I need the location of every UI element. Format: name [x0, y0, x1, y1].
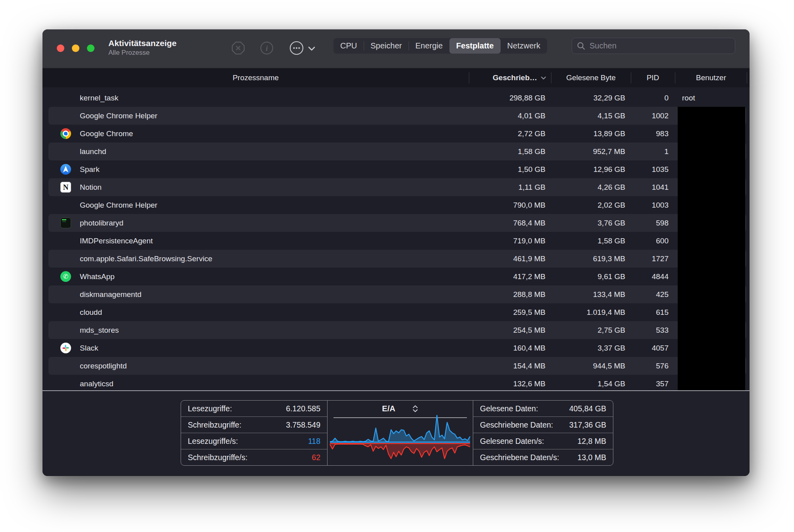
- bytes-read: 32,29 GB: [551, 94, 631, 102]
- stat-row: Geschriebene Daten/s:13,0 MB: [473, 449, 613, 465]
- stat-value: 62: [312, 453, 320, 462]
- table-row[interactable]: Google Chrome Helper4,01 GB4,15 GB1002: [42, 107, 750, 125]
- stat-value: 6.120.585: [286, 404, 320, 413]
- process-pid: 576: [631, 362, 675, 370]
- table-row[interactable]: Google Chrome2,72 GB13,89 GB983: [42, 125, 750, 143]
- redaction-overlay: [678, 107, 745, 390]
- bytes-written: 790,0 MB: [469, 201, 551, 210]
- close-window-button[interactable]: [57, 44, 64, 52]
- column-header-written[interactable]: Geschrieb…: [469, 68, 551, 87]
- stat-value: 405,84 GB: [569, 404, 606, 413]
- slack-icon: [60, 343, 71, 353]
- bytes-written: 132,6 MB: [469, 380, 551, 388]
- bytes-written: 254,5 MB: [469, 326, 551, 335]
- stat-label: Gelesene Daten/s:: [480, 437, 544, 446]
- stat-row: Schreibzugriffe/s:62: [181, 449, 327, 465]
- process-name: Spark: [80, 165, 100, 174]
- table-row[interactable]: Slack160,4 MB3,37 GB4057: [42, 339, 750, 357]
- search-input[interactable]: [590, 41, 730, 50]
- quit-process-button[interactable]: [231, 41, 245, 55]
- process-name: diskmanagementd: [80, 290, 141, 299]
- table-row[interactable]: Google Chrome Helper790,0 MB2,02 GB1003: [42, 196, 750, 214]
- process-name: mds_stores: [80, 326, 119, 335]
- stat-value: 317,36 GB: [569, 420, 606, 430]
- column-header-pid[interactable]: PID: [631, 68, 675, 87]
- table-row[interactable]: cloudd259,5 MB1.019,4 MB615: [42, 303, 750, 321]
- search-field[interactable]: [572, 38, 735, 54]
- stat-row: Schreibzugriffe:3.758.549: [181, 416, 327, 433]
- tab-cpu[interactable]: CPU: [333, 38, 364, 54]
- more-options-button[interactable]: [289, 41, 304, 55]
- table-row[interactable]: Spark1,50 GB12,96 GB1035: [42, 160, 750, 178]
- table-row[interactable]: launchd1,58 GB952,7 MB1: [42, 143, 750, 160]
- io-count-stats: Lesezugriffe:6.120.585Schreibzugriffe:3.…: [181, 401, 327, 465]
- bytes-written: 461,9 MB: [469, 254, 551, 263]
- bytes-written: 160,4 MB: [469, 344, 551, 353]
- bytes-read: 619,3 MB: [551, 254, 631, 263]
- minimize-window-button[interactable]: [72, 44, 79, 52]
- stat-label: Schreibzugriffe:: [188, 420, 241, 430]
- column-header-process[interactable]: Prozessname: [42, 68, 469, 87]
- bytes-written: 417,2 MB: [469, 272, 551, 281]
- process-user: root: [675, 94, 747, 102]
- stat-label: Lesezugriffe:: [188, 404, 232, 413]
- bytes-written: 154,4 MB: [469, 362, 551, 370]
- table-row[interactable]: kernel_task298,88 GB32,29 GB0root: [42, 89, 750, 107]
- table-row[interactable]: NNotion1,11 GB4,26 GB1041: [42, 178, 750, 196]
- column-header-user[interactable]: Benutzer: [675, 68, 747, 87]
- stat-row: Gelesene Daten:405,84 GB: [473, 401, 613, 416]
- process-pid: 983: [631, 129, 675, 138]
- process-pid: 1041: [631, 183, 675, 192]
- process-name: cloudd: [80, 308, 102, 317]
- table-row[interactable]: IMDPersistenceAgent719,0 MB1,58 GB600: [42, 232, 750, 250]
- bytes-written: 1,58 GB: [469, 147, 551, 156]
- tab-energie[interactable]: Energie: [409, 38, 449, 54]
- bytes-read: 4,15 GB: [551, 112, 631, 120]
- stat-row: Gelesene Daten/s:12,8 MB: [473, 433, 613, 449]
- table-row[interactable]: com.apple.Safari.SafeBrowsing.Service461…: [42, 250, 750, 268]
- table-row[interactable]: photolibraryd768,4 MB3,76 GB598: [42, 214, 750, 232]
- bytes-written: 1,11 GB: [469, 183, 551, 192]
- table-row[interactable]: diskmanagementd288,8 MB133,4 MB425: [42, 285, 750, 303]
- whatsapp-icon: ✆: [60, 271, 71, 282]
- stat-label: Gelesene Daten:: [480, 404, 538, 413]
- bytes-written: 288,8 MB: [469, 290, 551, 299]
- process-pid: 357: [631, 380, 675, 388]
- stat-label: Geschriebene Daten/s:: [480, 453, 559, 462]
- tab-speicher[interactable]: Speicher: [364, 38, 409, 54]
- zoom-window-button[interactable]: [87, 44, 94, 52]
- table-row[interactable]: ✆WhatsApp417,2 MB9,61 GB4844: [42, 268, 750, 285]
- stat-row: Lesezugriffe:6.120.585: [181, 401, 327, 416]
- process-name: Google Chrome Helper: [80, 112, 157, 120]
- photolibraryd-icon: [60, 218, 71, 228]
- chevron-down-icon: [308, 46, 316, 51]
- process-pid: 425: [631, 290, 675, 299]
- bytes-read: 944,5 MB: [551, 362, 631, 370]
- stat-label: Schreibzugriffe/s:: [188, 453, 247, 462]
- inspect-process-button[interactable]: i: [260, 41, 274, 55]
- tab-netzwerk[interactable]: Netzwerk: [501, 38, 547, 54]
- more-options-chevron[interactable]: [308, 44, 318, 52]
- tab-festplatte[interactable]: Festplatte: [449, 38, 500, 54]
- table-row[interactable]: mds_stores254,5 MB2,75 GB533: [42, 321, 750, 339]
- process-name: com.apple.Safari.SafeBrowsing.Service: [80, 254, 212, 263]
- process-pid: 4057: [631, 344, 675, 353]
- stat-value: 13,0 MB: [577, 453, 606, 462]
- stat-value: 12,8 MB: [577, 437, 606, 446]
- info-icon: i: [260, 41, 274, 55]
- process-name: analyticsd: [80, 380, 114, 388]
- spark-icon: [60, 164, 71, 175]
- table-row[interactable]: analyticsd132,6 MB1,54 GB357: [42, 375, 750, 390]
- process-name: Google Chrome Helper: [80, 201, 157, 210]
- table-row[interactable]: corespotlightd154,4 MB944,5 MB576: [42, 357, 750, 375]
- column-header-read[interactable]: Gelesene Byte: [551, 68, 631, 87]
- process-pid: 1002: [631, 112, 675, 120]
- stat-row: Lesezugriffe/s:118: [181, 433, 327, 449]
- notion-icon: N: [60, 182, 71, 193]
- bytes-read: 2,02 GB: [551, 201, 631, 210]
- process-name: kernel_task: [80, 94, 118, 102]
- process-pid: 4844: [631, 272, 675, 281]
- process-pid: 1: [631, 147, 675, 156]
- bytes-written: 719,0 MB: [469, 237, 551, 245]
- process-name: Slack: [80, 344, 98, 353]
